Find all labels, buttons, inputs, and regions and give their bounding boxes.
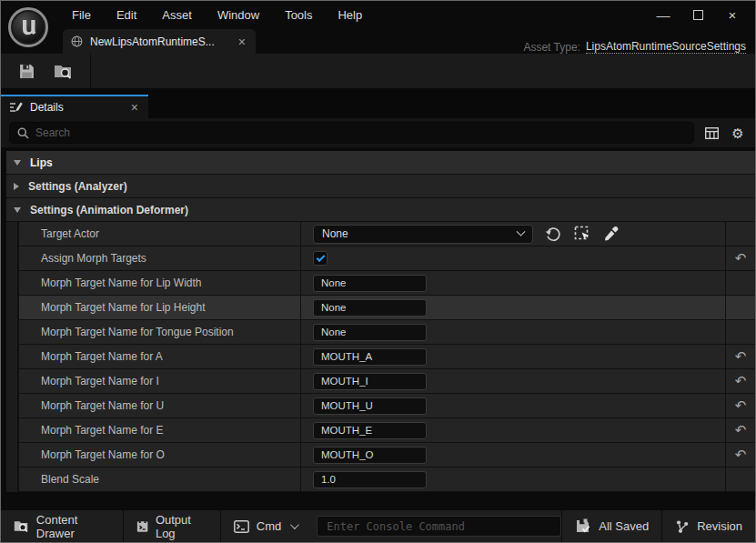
morph-i-input[interactable]	[313, 373, 427, 390]
reset-to-default-button[interactable]: ↶	[735, 252, 747, 266]
details-search-row: ⚙	[1, 118, 755, 147]
asset-tab[interactable]: NewLipsAtomRuntimeS... ×	[63, 29, 256, 54]
tab-details[interactable]: Details ×	[1, 95, 148, 118]
menu-window[interactable]: Window	[205, 8, 272, 22]
asset-tab-close-icon[interactable]: ×	[237, 35, 247, 48]
row-gutter	[6, 246, 19, 271]
row-gutter	[6, 320, 19, 345]
eyedropper-button[interactable]	[602, 225, 620, 243]
details-tab-close-icon[interactable]: ×	[129, 101, 140, 114]
select-actor-button[interactable]	[573, 225, 591, 243]
chevron-right-icon	[14, 183, 19, 190]
blend-scale-input[interactable]	[313, 471, 427, 488]
reset-cell	[726, 296, 755, 320]
category-deformer-label: Settings (Animation Deformer)	[30, 204, 188, 216]
lip-height-input[interactable]	[313, 299, 427, 317]
eyedropper-icon	[603, 226, 620, 242]
target-actor-dropdown[interactable]: None	[313, 225, 533, 244]
asset-sphere-icon	[71, 35, 83, 47]
property-row-tongue-position: Morph Target Name for Tongue Position	[6, 320, 755, 345]
menu-tools[interactable]: Tools	[272, 8, 325, 22]
revision-control-label: Revision	[697, 519, 742, 533]
details-panel-tab-bar: Details ×	[1, 95, 755, 118]
reset-to-default-button[interactable]: ↶	[735, 399, 747, 413]
save-status-icon	[575, 518, 591, 534]
row-gutter	[6, 443, 19, 468]
property-row-target-actor: Target Actor None	[6, 222, 755, 246]
property-row-lip-height: Morph Target Name for Lip Height	[6, 296, 755, 320]
row-gutter	[6, 468, 19, 492]
revision-control-icon	[675, 519, 690, 534]
content-drawer-label: Content Drawer	[36, 513, 110, 540]
category-lips[interactable]: Lips	[6, 151, 755, 175]
property-label: Morph Target Name for U	[41, 399, 164, 412]
property-label: Morph Target Name for Lip Width	[41, 277, 202, 289]
unreal-engine-logo-icon	[8, 7, 48, 47]
content-drawer-icon	[14, 518, 29, 534]
content-drawer-button[interactable]: Content Drawer	[1, 510, 124, 542]
menu-help[interactable]: Help	[325, 8, 375, 22]
menu-file[interactable]: File	[59, 8, 104, 22]
property-label: Morph Target Name for O	[41, 448, 165, 461]
property-label: Morph Target Name for Tongue Position	[41, 326, 234, 338]
window-controls: — ×	[646, 3, 755, 26]
reset-to-default-button[interactable]: ↶	[735, 375, 747, 388]
revision-control-button[interactable]: Revision	[661, 510, 755, 542]
view-options-button[interactable]: ⚙	[729, 124, 747, 142]
minimize-button[interactable]: —	[646, 3, 680, 26]
output-log-label: Output Log	[156, 513, 207, 540]
select-actor-icon	[574, 226, 590, 242]
cmd-console-icon	[234, 520, 249, 533]
property-row-morph-a: Morph Target Name for A ↶	[6, 345, 755, 369]
cmd-label: Cmd	[257, 519, 281, 533]
property-row-morph-u: Morph Target Name for U ↶	[6, 394, 755, 418]
category-settings-analyzer[interactable]: Settings (Analyzer)	[6, 175, 755, 198]
save-button[interactable]	[10, 56, 43, 85]
details-icon	[9, 101, 23, 114]
check-icon	[316, 253, 325, 262]
console-command-input[interactable]	[317, 516, 561, 537]
property-label: Morph Target Name for E	[41, 424, 164, 437]
property-row-assign-morph-targets: Assign Morph Targets ↶	[6, 246, 755, 271]
assign-morph-targets-checkbox[interactable]	[313, 251, 328, 266]
tongue-position-input[interactable]	[313, 324, 427, 341]
use-selected-button[interactable]	[544, 225, 562, 243]
toolbar-separator	[90, 54, 91, 88]
category-settings-animation-deformer[interactable]: Settings (Animation Deformer)	[6, 198, 755, 222]
reset-cell	[726, 222, 755, 246]
property-label: Morph Target Name for Lip Height	[41, 301, 206, 314]
reset-to-default-button[interactable]: ↶	[735, 424, 747, 437]
reset-to-default-button[interactable]: ↶	[735, 448, 747, 462]
status-bar-right: All Saved Revision	[561, 510, 755, 542]
morph-e-input[interactable]	[313, 422, 427, 439]
browse-to-asset-button[interactable]	[46, 56, 79, 85]
chevron-down-icon	[14, 160, 21, 166]
morph-u-input[interactable]	[313, 397, 427, 415]
asset-type-label: Asset Type:	[523, 41, 580, 54]
asset-type-link[interactable]: LipsAtomRuntimeSourceSettings	[586, 40, 746, 54]
row-gutter	[6, 394, 19, 418]
use-selected-icon	[545, 226, 562, 243]
browse-folder-search-icon	[54, 63, 73, 80]
property-label: Morph Target Name for I	[41, 375, 159, 387]
target-actor-dropdown-value: None	[322, 227, 512, 240]
output-log-icon	[136, 519, 148, 534]
morph-o-input[interactable]	[313, 447, 427, 464]
output-log-button[interactable]: Output Log	[124, 510, 221, 542]
all-saved-button[interactable]: All Saved	[561, 510, 661, 542]
morph-a-input[interactable]	[313, 348, 427, 366]
reset-to-default-button[interactable]: ↶	[735, 350, 747, 364]
menu-asset[interactable]: Asset	[149, 8, 205, 22]
maximize-button[interactable]	[680, 3, 715, 26]
cmd-dropdown-button[interactable]: Cmd	[221, 510, 309, 542]
row-gutter	[6, 296, 19, 320]
category-analyzer-label: Settings (Analyzer)	[28, 180, 127, 193]
close-window-button[interactable]: ×	[715, 3, 750, 26]
menu-edit[interactable]: Edit	[104, 8, 149, 22]
lip-width-input[interactable]	[313, 275, 427, 292]
search-input[interactable]	[9, 122, 694, 144]
property-matrix-button[interactable]	[702, 124, 721, 142]
property-row-blend-scale: Blend Scale	[6, 468, 755, 492]
chevron-down-icon	[517, 226, 526, 236]
all-saved-label: All Saved	[599, 519, 649, 533]
